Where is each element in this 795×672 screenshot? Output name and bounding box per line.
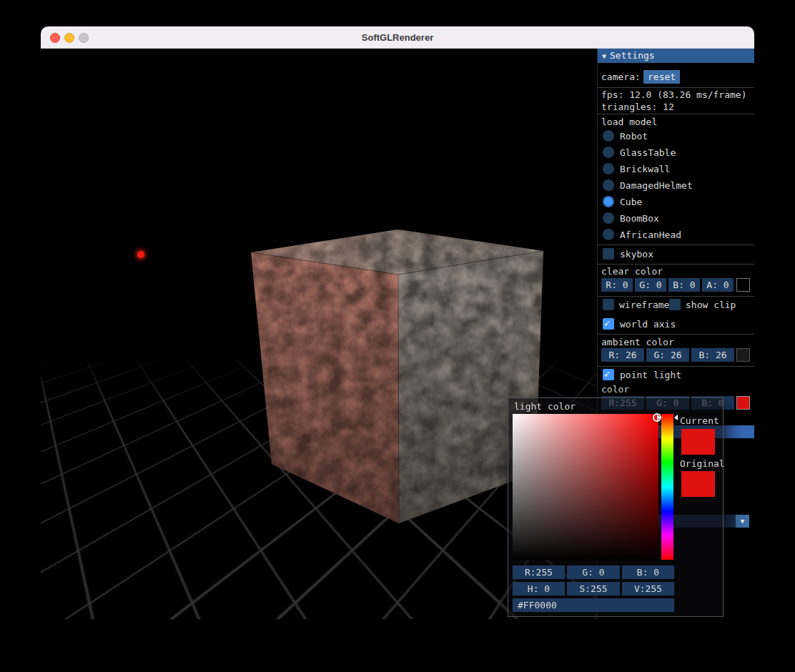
light-color-label: color — [601, 384, 629, 395]
titlebar[interactable]: SoftGLRenderer — [41, 26, 754, 49]
radio-icon[interactable] — [603, 229, 614, 240]
picker-h-drag[interactable]: H: 0 — [513, 582, 565, 596]
clear-b-drag[interactable]: B: 0 — [668, 278, 700, 292]
model-option-boombox[interactable]: BoomBox — [598, 212, 754, 224]
zoom-button[interactable] — [79, 33, 89, 43]
skybox-checkbox-row[interactable]: skybox — [598, 248, 754, 260]
world-axis-row[interactable]: world axis — [598, 318, 754, 330]
separator — [598, 87, 754, 88]
app-window: SoftGLRenderer — [41, 26, 754, 619]
original-label: Original — [680, 458, 725, 469]
screen: SoftGLRenderer — [0, 0, 795, 672]
ambient-color-label: ambient color — [601, 337, 674, 347]
fps-text: fps: 12.0 (83.26 ms/frame) — [601, 89, 747, 100]
radio-icon[interactable] — [603, 196, 614, 207]
separator — [598, 334, 754, 335]
radio-icon[interactable] — [603, 179, 614, 191]
viewport[interactable]: ▼Settings camera: reset fps: 12.0 (83.26… — [41, 49, 754, 619]
point-light-row[interactable]: point light — [598, 369, 754, 380]
radio-icon[interactable] — [603, 212, 614, 224]
model-option-brickwall[interactable]: Brickwall — [598, 163, 754, 174]
current-color-swatch — [681, 429, 715, 455]
separator — [598, 296, 754, 297]
collapse-arrow-icon: ▼ — [602, 52, 606, 60]
light-color-swatch[interactable] — [736, 396, 750, 410]
close-button[interactable] — [50, 33, 60, 43]
point-light-label: point light — [620, 370, 681, 380]
separator — [598, 114, 754, 114]
saturation-value-area[interactable] — [513, 414, 658, 560]
model-label: Robot — [620, 131, 648, 142]
camera-row: camera: reset — [598, 70, 754, 84]
hue-bar[interactable] — [661, 414, 673, 560]
original-color-swatch[interactable] — [681, 471, 715, 497]
clear-color-swatch[interactable] — [736, 278, 750, 292]
checkbox-icon[interactable] — [603, 369, 614, 380]
hue-marker-left-icon — [657, 415, 661, 420]
separator — [598, 366, 754, 367]
clear-color-row: R: 0 G: 0 B: 0 A: 0 — [598, 278, 754, 292]
separator — [598, 244, 754, 245]
triangles-text: triangles: 12 — [601, 102, 674, 112]
picker-b-drag[interactable]: B: 0 — [622, 565, 674, 579]
model-label: BoomBox — [620, 213, 659, 224]
picker-r-drag[interactable]: R:255 — [513, 565, 565, 579]
model-option-cube[interactable]: Cube — [598, 196, 754, 207]
picker-title: light color — [514, 401, 576, 412]
clear-g-drag[interactable]: G: 0 — [635, 278, 666, 292]
ambient-color-row: R: 26 G: 26 B: 26 — [598, 348, 754, 362]
camera-reset-button[interactable]: reset — [643, 70, 680, 84]
model-option-glasstable[interactable]: GlassTable — [598, 147, 754, 158]
clear-a-drag[interactable]: A: 0 — [702, 278, 734, 292]
radio-icon[interactable] — [603, 163, 614, 174]
picker-s-drag[interactable]: S:255 — [567, 582, 620, 596]
window-title: SoftGLRenderer — [362, 32, 433, 43]
model-label: Cube — [620, 197, 642, 207]
checkbox-icon[interactable] — [669, 299, 681, 310]
load-model-label: load model — [601, 117, 657, 127]
model-label: DamagedHelmet — [620, 180, 693, 191]
light-color-picker-popup: light color Current Original R:255 G: 0 … — [508, 397, 724, 617]
separator — [598, 264, 754, 265]
model-option-robot[interactable]: Robot — [598, 130, 754, 142]
ambient-b-drag[interactable]: B: 26 — [691, 348, 734, 362]
minimize-button[interactable] — [64, 33, 74, 43]
ambient-color-swatch[interactable] — [736, 348, 750, 362]
settings-title: Settings — [610, 50, 655, 61]
model-label: GlassTable — [620, 147, 676, 158]
picker-v-drag[interactable]: V:255 — [622, 582, 674, 596]
checkbox-icon[interactable] — [603, 318, 614, 330]
camera-label: camera: — [601, 71, 641, 82]
world-axis-label: world axis — [620, 319, 676, 330]
current-label: Current — [680, 415, 719, 426]
wireframe-row: wireframe show clip — [598, 299, 754, 310]
radio-icon[interactable] — [603, 147, 614, 158]
model-label: Brickwall — [620, 164, 670, 174]
model-option-damagedhelmet[interactable]: DamagedHelmet — [598, 179, 754, 191]
show-clip-label: show clip — [686, 300, 736, 310]
settings-header[interactable]: ▼Settings — [598, 49, 754, 63]
skybox-label: skybox — [620, 249, 653, 260]
model-label: AfricanHead — [620, 229, 681, 240]
model-option-africanhead[interactable]: AfricanHead — [598, 229, 754, 240]
ambient-g-drag[interactable]: G: 26 — [646, 348, 689, 362]
picker-g-drag[interactable]: G: 0 — [567, 565, 620, 579]
hue-marker-right-icon — [674, 415, 678, 420]
clear-r-drag[interactable]: R: 0 — [601, 278, 633, 292]
combo-arrow-icon[interactable]: ▼ — [736, 515, 749, 528]
hex-input[interactable]: #FF0000 — [513, 598, 674, 612]
wireframe-label: wireframe — [619, 300, 669, 310]
checkbox-icon[interactable] — [603, 299, 614, 310]
clear-color-label: clear color — [601, 266, 663, 277]
ambient-r-drag[interactable]: R: 26 — [601, 348, 644, 362]
checkbox-icon[interactable] — [603, 248, 614, 260]
radio-icon[interactable] — [603, 130, 614, 142]
